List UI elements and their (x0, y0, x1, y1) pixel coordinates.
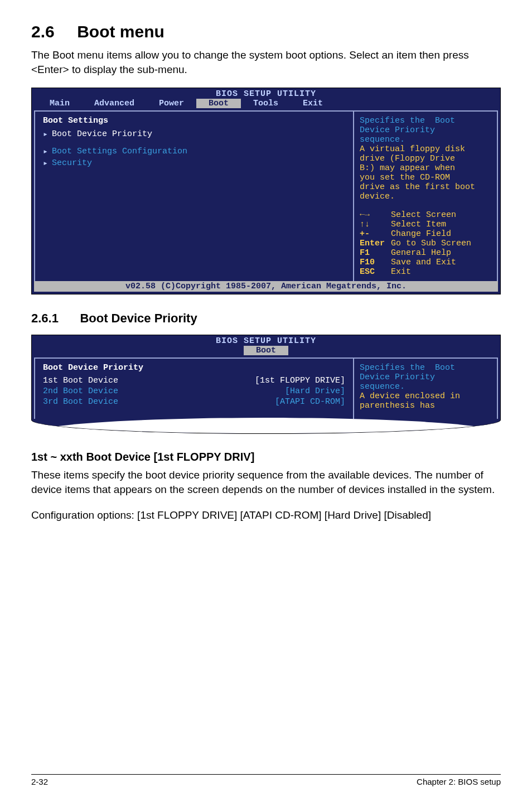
key-label: ESC (360, 267, 391, 277)
page-number: 2-32 (31, 777, 48, 786)
bios-tab-power[interactable]: Power (147, 99, 196, 108)
key-desc: Select Screen (391, 210, 456, 220)
config-options-line: Configuration options: [1st FLOPPY DRIVE… (31, 508, 501, 523)
bios-menu-item[interactable]: ▸ Security (43, 158, 345, 168)
bios-copyright-footer: v02.58 (C)Copyright 1985-2007, American … (34, 281, 498, 292)
bios-tab-boot[interactable]: Boot (196, 99, 241, 108)
subsection-heading: 2.6.1 Boot Device Priority (31, 311, 501, 326)
bios-screenshot-boot-settings: BIOS SETUP UTILITY Main Advanced Power B… (31, 88, 501, 294)
help-line: A device enclosed in (360, 392, 491, 401)
bios-left-panel: Boot Device Priority 1st Boot Device [1s… (34, 357, 353, 419)
bios-tab-tools[interactable]: Tools (241, 99, 291, 108)
bios-menu-item[interactable]: ▸ Boot Settings Configuration (43, 146, 345, 157)
help-line: drive (Floppy Drive (360, 154, 491, 163)
section-number: 2.6 (31, 22, 55, 41)
bios-tab-main[interactable]: Main (37, 99, 82, 108)
key-desc: Change Field (391, 229, 451, 239)
help-line: sequence. (360, 382, 491, 392)
bios-screenshot-boot-priority: BIOS SETUP UTILITY Boot Boot Device Prio… (31, 335, 501, 434)
section-heading: 2.6 Boot menu (31, 22, 501, 41)
bios-tab-bar: Boot (32, 346, 500, 357)
bios-menu-item[interactable]: ▸ Boot Device Priority (43, 129, 345, 139)
submenu-arrow-icon: ▸ (43, 129, 52, 139)
bios-tab-exit[interactable]: Exit (291, 99, 335, 108)
option-label: 2nd Boot Device (43, 386, 154, 396)
key-label: Enter (360, 239, 391, 248)
section-title: Boot menu (77, 22, 165, 41)
help-line: B:) may appear when (360, 163, 491, 173)
help-line: A virtual floppy disk (360, 144, 491, 154)
option-value: [1st FLOPPY DRIVE] (255, 376, 345, 385)
bios-item-label: Security (52, 158, 92, 168)
key-label: +- (360, 229, 391, 239)
key-desc: Go to Sub Screen (391, 239, 471, 248)
help-line: you set the CD-ROM (360, 173, 491, 182)
bios-help-panel: Specifies the Boot Device Priority seque… (353, 110, 498, 281)
help-line: Specifies the Boot (360, 363, 491, 373)
key-desc: Save and Exit (391, 258, 456, 267)
key-desc: Select Item (391, 220, 446, 229)
bios-panel-header: Boot Settings (43, 116, 345, 125)
help-line: drive as the first boot (360, 182, 491, 192)
subsection-title: Boot Device Priority (80, 311, 197, 326)
intro-paragraph: The Boot menu items allow you to change … (31, 48, 501, 76)
key-label: ←→ (360, 210, 391, 220)
option-label: 3rd Boot Device (43, 397, 154, 407)
submenu-arrow-icon: ▸ (43, 158, 52, 168)
bios-item-label: Boot Settings Configuration (52, 147, 187, 156)
bios-tab-bar: Main Advanced Power Boot Tools Exit (32, 99, 500, 110)
key-desc: General Help (391, 248, 451, 258)
option-value: [Hard Drive] (285, 386, 345, 396)
help-line: Device Priority (360, 125, 491, 135)
bios-item-label: Boot Device Priority (52, 129, 152, 139)
option-label: 1st Boot Device (43, 376, 154, 385)
config-paragraph: These items specify the boot device prio… (31, 468, 501, 496)
bios-option-row[interactable]: 1st Boot Device [1st FLOPPY DRIVE] (43, 376, 345, 385)
key-desc: Exit (391, 267, 411, 277)
submenu-arrow-icon: ▸ (43, 146, 52, 157)
bios-panel-header: Boot Device Priority (43, 363, 345, 373)
help-line: device. (360, 192, 491, 201)
help-line: Device Priority (360, 373, 491, 382)
page-footer: 2-32 Chapter 2: BIOS setup (31, 774, 501, 786)
help-line: Specifies the Boot (360, 116, 491, 125)
bios-title: BIOS SETUP UTILITY (32, 88, 500, 99)
bios-help-panel: Specifies the Boot Device Priority seque… (353, 357, 498, 419)
bios-option-row[interactable]: 2nd Boot Device [Hard Drive] (43, 386, 345, 396)
key-label: F10 (360, 258, 391, 267)
bios-option-row[interactable]: 3rd Boot Device [ATAPI CD-ROM] (43, 397, 345, 407)
config-option-heading: 1st ~ xxth Boot Device [1st FLOPPY DRIV] (31, 451, 501, 463)
help-line: parenthesis has (360, 401, 491, 410)
bios-tab-boot[interactable]: Boot (244, 346, 288, 355)
help-line: sequence. (360, 135, 491, 144)
bios-key-legend: ←→Select Screen ↑↓Select Item +-Change F… (360, 210, 491, 277)
bios-tab-advanced[interactable]: Advanced (82, 99, 147, 108)
key-label: ↑↓ (360, 220, 391, 229)
chapter-label: Chapter 2: BIOS setup (417, 777, 501, 786)
bios-title: BIOS SETUP UTILITY (32, 335, 500, 346)
bios-left-panel: Boot Settings ▸ Boot Device Priority ▸ B… (34, 110, 353, 281)
key-label: F1 (360, 248, 391, 258)
subsection-number: 2.6.1 (31, 311, 59, 326)
option-value: [ATAPI CD-ROM] (275, 397, 345, 407)
